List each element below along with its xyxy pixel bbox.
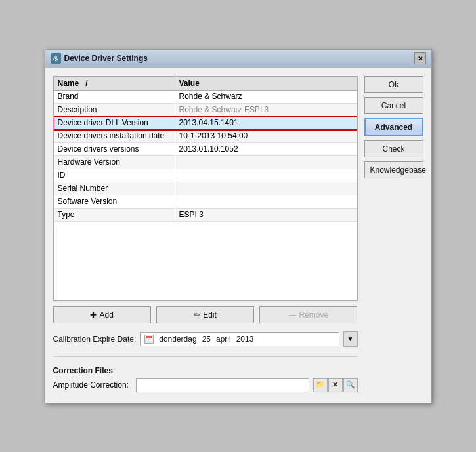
add-button[interactable]: ✚ Add — [53, 306, 151, 323]
correction-folder-button[interactable]: 📁 — [313, 378, 328, 392]
calibration-row: Calibration Expire Date: 📅 donderdag 25 … — [53, 331, 358, 347]
correction-action-buttons: 📁 ✕ 🔍 — [313, 378, 358, 392]
device-driver-settings-dialog: ⚙ Device Driver Settings ✕ Name / Value … — [45, 49, 432, 403]
amplitude-correction-label: Amplitude Correction: — [53, 380, 132, 390]
correction-delete-button[interactable]: ✕ — [328, 378, 343, 392]
check-button[interactable]: Check — [364, 140, 423, 157]
section-divider — [53, 356, 358, 357]
cell-value — [175, 156, 357, 169]
table-row[interactable]: DescriptionRohde & Schwarz ESPI 3 — [54, 104, 357, 117]
cell-name: Description — [54, 104, 175, 116]
table-row[interactable]: Serial Number — [54, 182, 357, 195]
cancel-button[interactable]: Cancel — [364, 97, 423, 114]
calendar-dropdown-button[interactable]: ▼ — [343, 331, 358, 347]
cell-name: Serial Number — [54, 182, 175, 195]
table-row[interactable]: ID — [54, 169, 357, 182]
cell-name: Hardware Version — [54, 156, 175, 169]
calibration-label: Calibration Expire Date: — [53, 335, 137, 344]
cell-value — [175, 195, 357, 208]
dialog-title: Device Driver Settings — [64, 54, 148, 63]
table-row[interactable]: Hardware Version — [54, 156, 357, 169]
title-bar: ⚙ Device Driver Settings ✕ — [45, 50, 431, 68]
column-name-header: Name / — [54, 77, 175, 90]
main-panel: Name / Value BrandRohde & SchwarzDescrip… — [53, 76, 358, 395]
cell-value: 2013.01.10.1052 — [175, 143, 357, 155]
table-spacer — [54, 222, 357, 300]
remove-button[interactable]: — Remove — [259, 306, 357, 323]
correction-section: Correction Files Amplitude Correction: 📁… — [53, 366, 358, 395]
cell-value — [175, 169, 357, 182]
knowledgebase-button[interactable]: Knowledgebase — [364, 161, 423, 178]
cell-name: Type — [54, 209, 175, 221]
table-row[interactable]: Device drivers installation date10-1-201… — [54, 130, 357, 143]
remove-label: Remove — [299, 310, 328, 319]
cell-value — [175, 182, 357, 195]
table-row[interactable]: Device driver DLL Version2013.04.15.1401 — [54, 117, 357, 130]
side-panel: Ok Cancel Advanced Check Knowledgebase — [364, 76, 423, 395]
advanced-button[interactable]: Advanced — [364, 118, 423, 136]
cell-value: Rohde & Schwarz ESPI 3 — [175, 104, 357, 116]
close-button[interactable]: ✕ — [414, 52, 426, 64]
title-bar-left: ⚙ Device Driver Settings — [51, 53, 148, 64]
edit-label: Edit — [203, 310, 217, 319]
add-label: Add — [99, 310, 113, 319]
cell-value: ESPI 3 — [175, 209, 357, 221]
cell-name: Device driver DLL Version — [54, 117, 175, 129]
amplitude-correction-input[interactable] — [136, 378, 309, 392]
calibration-date: 25 — [202, 335, 211, 344]
calibration-year: 2013 — [236, 335, 254, 344]
add-icon: ✚ — [90, 310, 97, 319]
cell-name: ID — [54, 169, 175, 182]
calibration-day: donderdag — [159, 335, 196, 344]
bottom-buttons: ✚ Add ✏ Edit — Remove — [53, 306, 358, 323]
amplitude-correction-row: Amplitude Correction: 📁 ✕ 🔍 — [53, 378, 358, 392]
ok-button[interactable]: Ok — [364, 76, 423, 93]
dialog-body: Name / Value BrandRohde & SchwarzDescrip… — [45, 68, 431, 403]
cell-name: Software Version — [54, 195, 175, 208]
edit-button[interactable]: ✏ Edit — [156, 306, 254, 323]
remove-icon: — — [288, 310, 296, 319]
table-body: BrandRohde & SchwarzDescriptionRohde & S… — [54, 91, 357, 222]
correction-search-button[interactable]: 🔍 — [343, 378, 358, 392]
table-row[interactable]: Software Version — [54, 195, 357, 209]
table-row[interactable]: BrandRohde & Schwarz — [54, 91, 357, 104]
calendar-icon: 📅 — [144, 335, 154, 344]
cell-value: 2013.04.15.1401 — [175, 117, 357, 129]
table-row[interactable]: Device drivers versions2013.01.10.1052 — [54, 143, 357, 156]
column-value-header: Value — [175, 77, 357, 90]
table-header: Name / Value — [54, 77, 357, 91]
correction-section-title: Correction Files — [53, 366, 358, 375]
dialog-icon: ⚙ — [51, 53, 61, 64]
calibration-month: april — [216, 335, 231, 344]
properties-table: Name / Value BrandRohde & SchwarzDescrip… — [53, 76, 358, 301]
cell-name: Device drivers installation date — [54, 130, 175, 142]
cell-value: Rohde & Schwarz — [175, 91, 357, 103]
table-row[interactable]: TypeESPI 3 — [54, 209, 357, 222]
cell-value: 10-1-2013 10:54:00 — [175, 130, 357, 142]
edit-icon: ✏ — [194, 310, 200, 319]
cell-name: Brand — [54, 91, 175, 103]
cell-name: Device drivers versions — [54, 143, 175, 155]
date-picker[interactable]: 📅 donderdag 25 april 2013 — [140, 332, 339, 346]
